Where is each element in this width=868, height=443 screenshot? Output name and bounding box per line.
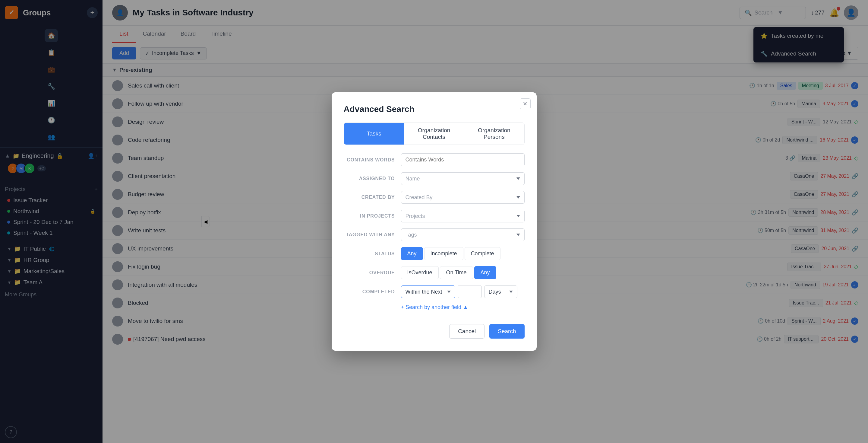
contains-words-control	[401, 153, 525, 166]
in-projects-label: IN PROJECTS	[344, 213, 401, 219]
assigned-to-row: ASSIGNED TO Name	[344, 172, 525, 185]
overdue-ontime-button[interactable]: On Time	[440, 266, 473, 279]
overdue-control: IsOverdue On Time Any	[401, 266, 525, 279]
contains-words-input[interactable]	[401, 153, 525, 166]
tab-org-contacts[interactable]: Organization Contacts	[404, 123, 464, 145]
completed-dropdown[interactable]: Within the Next	[401, 286, 455, 298]
modal-footer: Cancel Search	[344, 318, 525, 338]
status-incomplete-button[interactable]: Incomplete	[424, 247, 463, 260]
in-projects-row: IN PROJECTS Projects	[344, 210, 525, 223]
modal-title: Advanced Search	[344, 105, 525, 114]
overdue-any-button[interactable]: Any	[474, 266, 496, 279]
modal-close-button[interactable]: ✕	[520, 98, 531, 109]
overdue-row: OVERDUE IsOverdue On Time Any	[344, 266, 525, 279]
assigned-to-select[interactable]: Name	[401, 172, 525, 185]
created-by-control: Created By	[401, 191, 525, 204]
completed-value-input[interactable]	[458, 285, 482, 298]
assigned-to-control: Name	[401, 172, 525, 185]
created-by-label: CREATED BY	[344, 195, 401, 200]
contains-words-row: CONTAINS WORDS	[344, 153, 525, 166]
completed-control: Within the Next Days	[401, 285, 525, 298]
status-row: STATUS Any Incomplete Complete	[344, 247, 525, 260]
status-any-button[interactable]: Any	[401, 247, 423, 260]
modal-tabs: Tasks Organization Contacts Organization…	[344, 122, 525, 145]
created-by-row: CREATED BY Created By	[344, 191, 525, 204]
tab-org-persons[interactable]: Organization Persons	[464, 123, 524, 145]
completed-unit-select[interactable]: Days	[484, 286, 517, 298]
tagged-with-control: Tags	[401, 229, 525, 241]
tagged-with-label: TAGGED WITH ANY	[344, 232, 401, 237]
completed-label: COMPLETED	[344, 289, 401, 295]
overdue-label: OVERDUE	[344, 270, 401, 275]
modal-overlay: Advanced Search ✕ Tasks Organization Con…	[0, 0, 868, 443]
status-label: STATUS	[344, 251, 401, 257]
advanced-search-modal: Advanced Search ✕ Tasks Organization Con…	[332, 92, 537, 351]
status-control: Any Incomplete Complete	[401, 247, 525, 260]
in-projects-select[interactable]: Projects	[401, 210, 525, 223]
in-projects-control: Projects	[401, 210, 525, 223]
tab-tasks[interactable]: Tasks	[344, 123, 404, 145]
search-button[interactable]: Search	[489, 324, 524, 338]
overdue-isoverdue-button[interactable]: IsOverdue	[401, 266, 439, 279]
tagged-with-row: TAGGED WITH ANY Tags	[344, 229, 525, 241]
tagged-with-select[interactable]: Tags	[401, 229, 525, 241]
created-by-select[interactable]: Created By	[401, 191, 525, 204]
completed-row: COMPLETED Within the Next Days	[344, 285, 525, 298]
search-another-link[interactable]: + Search by another field ▲	[401, 304, 525, 311]
assigned-to-label: ASSIGNED TO	[344, 176, 401, 181]
contains-words-label: CONTAINS WORDS	[344, 157, 401, 163]
status-complete-button[interactable]: Complete	[465, 247, 500, 260]
cancel-button[interactable]: Cancel	[449, 324, 485, 338]
